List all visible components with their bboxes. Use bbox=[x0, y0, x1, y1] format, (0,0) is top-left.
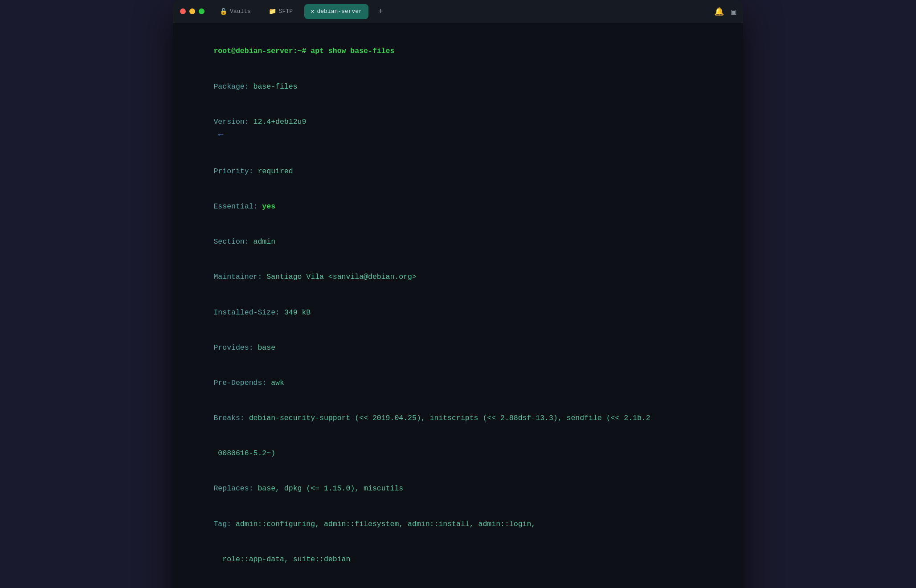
maximize-button[interactable] bbox=[199, 8, 204, 14]
line-version: Version: 12.4+deb12u9 ← bbox=[187, 104, 729, 154]
add-tab-button[interactable]: + bbox=[374, 4, 388, 19]
tab-debian[interactable]: ✕ debian-server bbox=[304, 4, 368, 19]
tab-sftp-label: SFTP bbox=[279, 8, 293, 15]
titlebar: 🔒 Vaults 📁 SFTP ✕ debian-server + 🔔 ▣ bbox=[173, 0, 743, 23]
titlebar-actions: 🔔 ▣ bbox=[714, 7, 736, 16]
command-line: root@debian-server:~# apt show base-file… bbox=[187, 34, 729, 69]
line-pre-depends: Pre-Depends: awk bbox=[187, 366, 729, 401]
notification-icon[interactable]: 🔔 bbox=[714, 7, 724, 16]
line-essential: Essential: yes bbox=[187, 189, 729, 225]
line-tag-2: role::app-data, suite::debian bbox=[187, 542, 729, 577]
tab-vaults-label: Vaults bbox=[230, 8, 251, 15]
tab-debian-label: debian-server bbox=[317, 8, 362, 15]
line-maintainer: Maintainer: Santiago Vila <sanvila@debia… bbox=[187, 260, 729, 295]
terminal-window: 🔒 Vaults 📁 SFTP ✕ debian-server + 🔔 ▣ ro… bbox=[173, 0, 743, 588]
version-arrow: ← bbox=[218, 128, 223, 142]
sftp-icon: 📁 bbox=[269, 8, 276, 15]
line-breaks-2: 0080616-5.2~) bbox=[187, 436, 729, 471]
line-breaks-1: Breaks: debian-security-support (<< 2019… bbox=[187, 401, 729, 436]
traffic-lights bbox=[180, 8, 204, 14]
prompt: root@debian-server:~# apt show base-file… bbox=[213, 47, 394, 55]
vaults-icon: 🔒 bbox=[220, 8, 227, 15]
tab-sftp[interactable]: 📁 SFTP bbox=[262, 4, 299, 19]
line-installed-size: Installed-Size: 349 kB bbox=[187, 295, 729, 330]
terminal-body: root@debian-server:~# apt show base-file… bbox=[173, 23, 743, 588]
tab-vaults[interactable]: 🔒 Vaults bbox=[213, 4, 257, 19]
line-priority: Priority: required bbox=[187, 154, 729, 189]
line-tag-1: Tag: admin::configuring, admin::filesyst… bbox=[187, 506, 729, 542]
line-section: Section: admin bbox=[187, 225, 729, 260]
layout-icon[interactable]: ▣ bbox=[731, 7, 736, 16]
minimize-button[interactable] bbox=[189, 8, 195, 14]
line-replaces: Replaces: base, dpkg (<= 1.15.0), miscut… bbox=[187, 471, 729, 506]
close-tab-icon[interactable]: ✕ bbox=[311, 8, 314, 15]
line-package: Package: base-files bbox=[187, 69, 729, 104]
close-button[interactable] bbox=[180, 8, 186, 14]
line-provides: Provides: base bbox=[187, 330, 729, 365]
line-download-size: Download-Size: 70.8 kB bbox=[187, 577, 729, 588]
